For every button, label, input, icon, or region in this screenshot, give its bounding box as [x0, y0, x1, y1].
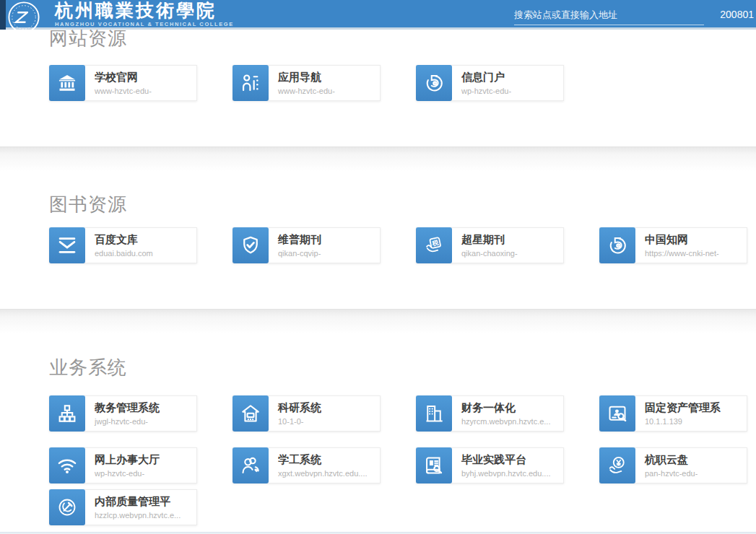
app-card[interactable]: 税超星期刊qikan-chaoxing-: [416, 227, 564, 263]
app-card-title: 毕业实践平台: [461, 453, 551, 467]
svg-text:税: 税: [431, 239, 440, 248]
document-library-icon: [49, 227, 85, 263]
app-nav-icon: [233, 65, 269, 101]
app-card[interactable]: 教务管理系统jwgl-hzvtc-edu-: [49, 395, 197, 432]
business-systems-row-2: 网上办事大厅wp-hzvtc-edu-学工系统xgxt.webvpn.hzvtc…: [49, 447, 747, 483]
user-id-label: 200801: [720, 9, 754, 20]
wifi-icon: [49, 447, 85, 483]
document-search-icon: [416, 447, 452, 483]
college-brand: 杭州職業技術學院 HANGZHOU VOCATIONAL & TECHNICAL…: [55, 1, 234, 27]
app-card[interactable]: 学校官网www-hzvtc-edu-: [49, 65, 197, 101]
app-card-title: 财务一体化: [461, 401, 551, 415]
org-chart-icon: [49, 395, 85, 432]
app-card-subtitle: 10.1.1.139: [645, 417, 721, 426]
app-card-title: 中国知网: [645, 233, 719, 247]
spiral-5-icon: [416, 65, 452, 101]
library-resources-row: 百度文库eduai.baidu.com维普期刊qikan-cqvip-税超星期刊…: [49, 227, 747, 263]
business-systems-row-3: 内部质量管理平hzzlcp.webvpn.hzvtc.e...: [49, 489, 197, 525]
search-input[interactable]: [514, 5, 704, 25]
app-card-title: 学校官网: [95, 71, 152, 84]
section-title-library-resources: 图书资源: [49, 192, 127, 217]
bank-icon: [49, 65, 85, 101]
top-header-bar: 杭州職業技術學院 HANGZHOU VOCATIONAL & TECHNICAL…: [0, 0, 756, 30]
portal-page: 网站资源 学校官网www-hzvtc-edu-应用导航www-hzvtc-edu…: [0, 0, 756, 534]
app-card-title: 应用导航: [278, 71, 335, 84]
app-card-title: 信息门户: [461, 71, 511, 84]
buildings-icon: [416, 395, 452, 432]
section-title-website-resources: 网站资源: [49, 26, 127, 51]
app-card-title: 维普期刊: [278, 233, 321, 247]
app-card[interactable]: 科研系统10-1-0-: [233, 395, 381, 432]
app-card-title: 超星期刊: [461, 233, 518, 247]
section-divider: [0, 146, 756, 171]
app-card-title: 内部质量管理平: [95, 495, 181, 509]
app-card-subtitle: qikan-chaoxing-: [461, 249, 518, 258]
app-card-title: 百度文库: [95, 233, 153, 247]
app-card-subtitle: qikan-cqvip-: [278, 249, 321, 258]
app-card[interactable]: 固定资产管理系10.1.1.139: [599, 395, 747, 432]
header-edge-strip: [0, 0, 6, 30]
house-icon: [233, 395, 269, 432]
people-heart-icon: [233, 447, 269, 483]
app-card[interactable]: 维普期刊qikan-cqvip-: [233, 227, 381, 263]
app-card-subtitle: byhj.webvpn.hzvtc.edu....: [461, 469, 551, 478]
business-systems-row-1: 教务管理系统jwgl-hzvtc-edu-科研系统10-1-0-财务一体化hzy…: [49, 395, 747, 432]
app-card-title: 固定资产管理系: [645, 401, 721, 415]
app-card-subtitle: wp-hzvtc-edu-: [461, 87, 511, 95]
website-resources-row: 学校官网www-hzvtc-edu-应用导航www-hzvtc-edu-信息门户…: [49, 65, 564, 101]
app-card-subtitle: wp-hzvtc-edu-: [95, 469, 160, 478]
app-card[interactable]: 应用导航www-hzvtc-edu-: [233, 65, 381, 101]
app-card[interactable]: 财务一体化hzyrcm.webvpn.hzvtc.e...: [416, 395, 564, 432]
app-card-title: 科研系统: [278, 401, 321, 415]
app-card-subtitle: www-hzvtc-edu-: [278, 87, 335, 95]
college-name-en: HANGZHOU VOCATIONAL & TECHNICAL COLLEGE: [55, 21, 234, 27]
app-card-subtitle: jwgl-hzvtc-edu-: [95, 417, 160, 426]
app-card[interactable]: 信息门户wp-hzvtc-edu-: [416, 65, 564, 101]
app-card[interactable]: 网上办事大厅wp-hzvtc-edu-: [49, 447, 197, 483]
hammer-sickle-icon: [49, 489, 85, 525]
hand-stamp-icon: 税: [416, 227, 452, 263]
app-card[interactable]: 学工系统xgxt.webvpn.hzvtc.edu....: [233, 447, 381, 483]
app-card[interactable]: 百度文库eduai.baidu.com: [49, 227, 197, 263]
spiral-5-icon: [599, 227, 635, 263]
college-logo-icon: [7, 1, 40, 34]
app-card[interactable]: 中国知网https://www-cnki-net-: [599, 227, 747, 263]
app-card-subtitle: hzyrcm.webvpn.hzvtc.e...: [461, 417, 551, 426]
app-card-subtitle: xgxt.webvpn.hzvtc.edu....: [278, 469, 368, 478]
section-title-business-systems: 业务系统: [49, 355, 127, 380]
app-card-title: 学工系统: [278, 453, 368, 467]
college-name: 杭州職業技術學院: [55, 1, 234, 20]
app-card-subtitle: pan-hzvtc-edu-: [645, 469, 698, 478]
shield-check-icon: [233, 227, 269, 263]
app-card-title: 教务管理系统: [95, 401, 160, 415]
app-card-subtitle: eduai.baidu.com: [95, 249, 153, 258]
id-card-search-icon: [599, 395, 635, 432]
app-card[interactable]: 内部质量管理平hzzlcp.webvpn.hzvtc.e...: [49, 489, 197, 525]
app-card-title: 杭职云盘: [645, 453, 698, 467]
app-card[interactable]: 毕业实践平台byhj.webvpn.hzvtc.edu....: [416, 447, 564, 483]
app-card-subtitle: 10-1-0-: [278, 417, 321, 426]
section-divider: [0, 309, 756, 333]
app-card-subtitle: hzzlcp.webvpn.hzvtc.e...: [95, 511, 181, 520]
app-card-title: 网上办事大厅: [95, 453, 160, 467]
app-card[interactable]: 杭职云盘pan-hzvtc-edu-: [599, 447, 747, 483]
hand-coin-icon: [599, 447, 635, 483]
app-card-subtitle: www-hzvtc-edu-: [95, 87, 152, 95]
app-card-subtitle: https://www-cnki-net-: [645, 249, 719, 258]
